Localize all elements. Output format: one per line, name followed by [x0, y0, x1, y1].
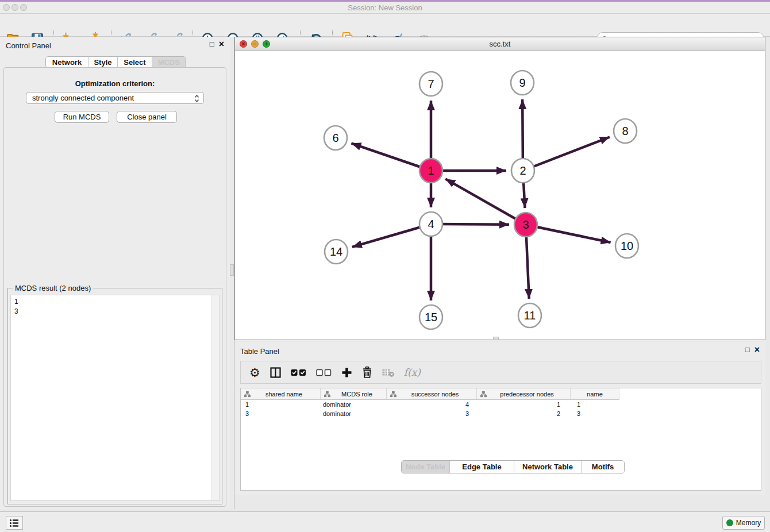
svg-text:2: 2 — [519, 164, 526, 177]
graph-edge-2-8[interactable] — [523, 137, 610, 171]
network-maximize-icon[interactable]: + — [263, 40, 270, 48]
column-header-MCDS-role[interactable]: MCDS role — [321, 388, 387, 399]
memory-label: Memory — [736, 519, 761, 527]
memory-status-icon — [726, 519, 733, 526]
network-minimize-icon[interactable]: − — [251, 40, 259, 48]
vertical-splitter[interactable] — [230, 37, 234, 509]
graph-node-9[interactable]: 9 — [511, 71, 534, 95]
gear-icon[interactable]: ⚙ — [249, 367, 260, 379]
graph-node-4[interactable]: 4 — [419, 212, 442, 236]
graph-node-1[interactable]: 1 — [419, 159, 442, 183]
control-panel: Control Panel □ × NetworkStyleSelectMCDS… — [0, 37, 230, 509]
svg-text:15: 15 — [425, 311, 437, 323]
table-cell[interactable]: 1 — [571, 401, 619, 408]
table-cell[interactable]: 2 — [477, 410, 571, 417]
svg-text:14: 14 — [330, 245, 342, 258]
table-tabs: Node TableEdge TableNetwork TableMotifs — [401, 460, 625, 473]
tab-mcds[interactable]: MCDS — [152, 57, 186, 67]
column-header-shared-name[interactable]: shared name — [241, 388, 321, 399]
node-table[interactable]: shared nameMCDS rolesuccessor nodesprede… — [240, 388, 761, 491]
delete-row-icon[interactable] — [362, 367, 372, 378]
table-header-row: shared nameMCDS rolesuccessor nodesprede… — [241, 388, 619, 400]
table-cell[interactable]: 3 — [571, 410, 619, 417]
svg-text:1: 1 — [428, 164, 434, 177]
mcds-result-textarea[interactable]: 1 3 — [10, 295, 220, 501]
graph-edge-1-6[interactable] — [351, 143, 431, 171]
svg-text:4: 4 — [428, 218, 434, 230]
float-panel-icon[interactable]: □ — [210, 40, 214, 48]
memory-button[interactable]: Memory — [722, 516, 765, 530]
table-cell[interactable]: 1 — [241, 401, 321, 408]
table-tab-node-table[interactable]: Node Table — [402, 461, 449, 473]
table-row[interactable]: 1dominator411 — [241, 400, 761, 409]
table-panel-title: Table Panel — [240, 347, 279, 356]
graph-node-10[interactable]: 10 — [615, 234, 638, 258]
table-tab-motifs[interactable]: Motifs — [581, 461, 624, 473]
table-cell[interactable]: dominator — [321, 410, 387, 417]
criterion-value: strongly connected component — [32, 94, 134, 102]
svg-text:8: 8 — [622, 125, 628, 137]
splitter-grip[interactable] — [230, 264, 234, 276]
table-cell[interactable]: 3 — [241, 410, 321, 417]
select-all-icon[interactable] — [291, 369, 306, 376]
svg-text:7: 7 — [428, 78, 434, 90]
run-mcds-button[interactable]: Run MCDS — [55, 111, 109, 123]
delete-table-icon — [382, 368, 394, 377]
table-body: 1dominator4113dominator323 — [241, 400, 761, 490]
close-panel-icon[interactable]: × — [219, 40, 224, 48]
graph-edge-3-1[interactable] — [445, 179, 526, 225]
network-window-titlebar[interactable]: scc.txt × − + — [235, 37, 765, 51]
table-cell[interactable]: dominator — [321, 401, 387, 408]
table-toolbar: ⚙ f(x) — [240, 361, 761, 384]
float-table-panel-icon[interactable]: □ — [745, 346, 750, 354]
graph-node-14[interactable]: 14 — [325, 240, 348, 264]
dropdown-stepper-icon — [194, 94, 199, 103]
table-cell[interactable]: 3 — [387, 410, 477, 417]
column-header-predecessor-nodes[interactable]: predecessor nodes — [477, 388, 571, 399]
table-tab-edge-table[interactable]: Edge Table — [449, 461, 514, 473]
mcds-result-text: 1 3 — [14, 297, 18, 317]
table-row[interactable]: 3dominator323 — [241, 409, 761, 418]
network-canvas[interactable]: 7968124314101511 — [235, 51, 765, 340]
mcds-tab-content: Optimization criterion: strongly connect… — [3, 67, 226, 507]
mcds-result-title: MCDS result (2 nodes) — [13, 284, 93, 292]
session-title: Session: New Session — [0, 2, 770, 14]
table-cell[interactable]: 1 — [477, 401, 571, 408]
main-toolbar — [0, 14, 770, 37]
table-tab-network-table[interactable]: Network Table — [514, 461, 581, 473]
columns-icon[interactable] — [270, 367, 281, 378]
network-window: scc.txt × − + 7968124314101511 — [234, 37, 765, 340]
column-header-successor-nodes[interactable]: successor nodes — [387, 388, 477, 399]
graph-node-2[interactable]: 2 — [511, 159, 534, 183]
svg-text:10: 10 — [621, 240, 633, 252]
close-panel-button[interactable]: Close panel — [117, 111, 177, 123]
horizontal-splitter-grip[interactable] — [493, 337, 499, 340]
tab-style[interactable]: Style — [88, 57, 117, 67]
tab-network[interactable]: Network — [46, 57, 88, 67]
add-row-icon[interactable] — [341, 367, 352, 378]
task-history-button[interactable] — [6, 516, 23, 530]
deselect-all-icon[interactable] — [316, 369, 332, 376]
svg-text:3: 3 — [522, 218, 529, 231]
graph-node-11[interactable]: 11 — [518, 303, 541, 327]
graph-node-8[interactable]: 8 — [614, 119, 637, 143]
close-table-panel-icon[interactable]: × — [754, 346, 760, 354]
statusbar: Memory — [0, 511, 770, 532]
network-window-title: scc.txt — [235, 37, 765, 51]
column-header-name[interactable]: name — [571, 388, 619, 399]
graph-svg: 7968124314101511 — [235, 51, 765, 340]
tab-select[interactable]: Select — [117, 57, 152, 67]
svg-text:9: 9 — [519, 76, 525, 89]
criterion-dropdown[interactable]: strongly connected component — [26, 92, 204, 104]
graph-edge-3-10[interactable] — [526, 225, 611, 242]
network-close-icon[interactable]: × — [240, 40, 247, 48]
graph-node-15[interactable]: 15 — [419, 305, 442, 329]
graph-node-7[interactable]: 7 — [419, 72, 442, 96]
table-cell[interactable]: 4 — [387, 401, 477, 408]
application-window: Session: New Session — [0, 0, 770, 532]
svg-text:6: 6 — [332, 132, 338, 144]
graph-node-3[interactable]: 3 — [514, 213, 537, 237]
graph-node-6[interactable]: 6 — [324, 126, 347, 150]
list-icon — [9, 519, 20, 527]
result-scrollbar[interactable] — [211, 295, 219, 500]
